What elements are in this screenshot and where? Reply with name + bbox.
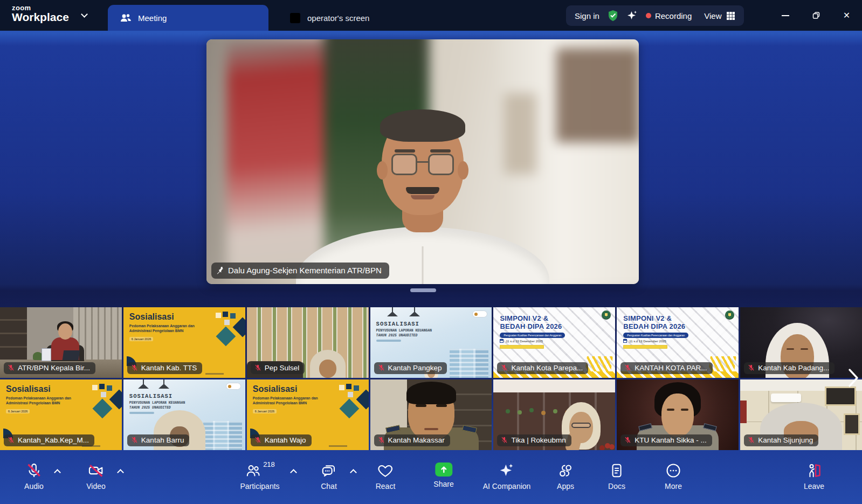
share-button[interactable]: Share — [433, 462, 453, 488]
screen-thumbnail — [290, 13, 300, 23]
participant-tile[interactable]: Kantah Makassar — [370, 379, 492, 450]
participant-tile[interactable]: SIMPONI V2 & BEDAH DIPA 2026 Penguatan K… — [493, 307, 615, 378]
participant-tile[interactable]: KTU Kantah Sikka - ... — [617, 379, 739, 450]
ai-sparkle-icon[interactable] — [626, 10, 638, 21]
participant-name-label: Kantah Kab. TTS — [127, 362, 202, 374]
mic-off-icon — [254, 364, 261, 371]
tab-operator-label: operator's screen — [307, 13, 369, 23]
participants-icon — [245, 462, 261, 479]
speaker-name-text: Dalu Agung-Sekjen Kementerian ATR/BPN — [228, 266, 382, 275]
participants-count: 218 — [263, 460, 275, 468]
chevron-down-icon[interactable] — [81, 11, 88, 18]
view-grid-icon — [726, 11, 735, 20]
participant-name-label: Kantah_Kab.Kep_M... — [4, 434, 94, 446]
speaker-name-label: Dalu Agung-Sekjen Kementerian ATR/BPN — [211, 263, 389, 279]
recording-dot-icon — [646, 13, 651, 18]
participant-name-label: ATR/BPN Kepala Bir... — [4, 362, 95, 374]
participant-name-label: Tika | Rokeubmn — [497, 434, 571, 446]
logo-zoom-text: zoom — [12, 4, 69, 11]
participant-name-label: Kantah Kab Padang... — [744, 362, 835, 374]
mic-off-icon — [26, 462, 42, 479]
zoom-workplace-logo: zoom Workplace — [12, 4, 69, 23]
participants-button[interactable]: 218 Participants — [240, 462, 279, 491]
tab-operators-screen[interactable]: operator's screen — [281, 5, 378, 31]
mic-off-icon — [254, 437, 261, 444]
participant-tile[interactable]: ATR/BPN Kepala Bir... — [0, 307, 122, 378]
meeting-people-icon — [120, 13, 132, 23]
heart-icon — [377, 462, 394, 479]
docs-icon — [609, 462, 625, 479]
mic-off-icon — [378, 437, 385, 444]
recording-indicator[interactable]: Recording — [646, 11, 692, 20]
speaker-person — [206, 39, 639, 284]
restore-button[interactable] — [801, 0, 831, 31]
mic-off-icon — [501, 364, 508, 371]
window-controls: ✕ — [770, 0, 862, 31]
mic-off-icon — [8, 364, 15, 371]
mic-off-icon — [748, 364, 755, 371]
mic-off-icon — [624, 437, 631, 444]
share-arrow-icon — [435, 462, 452, 477]
minimize-icon — [782, 15, 789, 16]
participant-name-label: Kantah Barru — [127, 434, 190, 446]
participant-tile[interactable]: Pep Sulsel — [247, 307, 369, 378]
chat-icon — [321, 462, 337, 479]
participant-tile[interactable]: SOSIALISASI PENYUSUNAN LAPORAN KEUANGAN … — [370, 307, 492, 378]
pin-icon — [216, 266, 224, 275]
gallery-drag-handle[interactable] — [410, 288, 436, 292]
mic-off-icon — [501, 437, 508, 444]
participant-name-label: Kantah Pangkep — [374, 362, 447, 374]
participant-name-label: Kantah Sijunjung — [744, 434, 818, 446]
next-page-chevron-icon[interactable] — [847, 368, 859, 388]
participant-name-label: KTU Kantah Sikka - ... — [620, 434, 712, 446]
recording-label: Recording — [655, 11, 692, 20]
chat-button[interactable]: Chat — [321, 462, 337, 491]
close-icon: ✕ — [843, 10, 850, 20]
security-shield-icon[interactable] — [608, 10, 618, 22]
tab-meeting[interactable]: Meeting — [108, 5, 268, 31]
participant-tile[interactable]: Kantah Kab Padang... — [740, 307, 862, 378]
restore-icon — [812, 11, 820, 20]
mic-off-icon — [378, 364, 385, 371]
main-speaker-video[interactable]: Dalu Agung-Sekjen Kementerian ATR/BPN — [206, 39, 639, 284]
video-button[interactable]: Video — [86, 462, 106, 491]
view-label: View — [704, 11, 721, 20]
mic-off-icon — [748, 437, 755, 444]
participant-tile[interactable]: SOSIALISASI PENYUSUNAN LAPORAN KEUANGAN … — [123, 379, 245, 450]
gallery-row-2: Sosialisasi Pedoman Pelaksanaan Anggaran… — [0, 379, 862, 450]
apps-icon — [557, 462, 574, 479]
mic-off-icon — [8, 437, 15, 444]
titlebar-status-pill: Sign in Recording View — [566, 5, 744, 26]
participant-tile[interactable]: Sosialisasi Pedoman Pelaksanaan Anggaran… — [0, 379, 122, 450]
participant-tile[interactable]: Tika | Rokeubmn — [493, 379, 615, 450]
participant-name-label: Kantah Wajo — [251, 434, 312, 446]
mic-off-icon — [131, 437, 138, 444]
participant-name-label: Pep Sulsel — [251, 362, 305, 374]
gallery-row-1: ATR/BPN Kepala Bir... Sosialisasi Pedoma… — [0, 307, 862, 378]
close-button[interactable]: ✕ — [831, 0, 862, 31]
camera-off-icon — [87, 462, 105, 479]
minimize-button[interactable] — [770, 0, 801, 31]
ai-companion-icon — [499, 462, 515, 479]
more-icon — [665, 462, 681, 479]
docs-button[interactable]: Docs — [608, 462, 625, 491]
react-button[interactable]: React — [376, 462, 396, 491]
audio-button[interactable]: Audio — [24, 462, 44, 491]
participant-tile[interactable]: SIMPONI V2 & BEDAH DIPA 2026 Penguatan K… — [617, 307, 739, 378]
participant-name-label: Kantah Kota Parepa... — [497, 362, 588, 374]
participant-tile[interactable]: Sosialisasi Pedoman Pelaksanaan Anggaran… — [247, 379, 369, 450]
participant-tile[interactable]: Sosialisasi Pedoman Pelaksanaan Anggaran… — [123, 307, 245, 378]
more-button[interactable]: More — [665, 462, 682, 491]
tab-meeting-label: Meeting — [138, 13, 167, 23]
participant-name-label: KANTAH KOTA PAR... — [620, 362, 712, 374]
ai-companion-button[interactable]: AI Companion — [483, 462, 531, 491]
participant-name-label: Kantah Makassar — [374, 434, 450, 446]
apps-button[interactable]: Apps — [557, 462, 574, 491]
view-button[interactable]: View — [704, 11, 735, 20]
sign-in-button[interactable]: Sign in — [575, 11, 599, 20]
participant-tile[interactable]: Kantah Sijunjung — [740, 379, 862, 450]
leave-button[interactable]: Leave — [804, 462, 824, 491]
mic-off-icon — [131, 364, 138, 371]
titlebar: zoom Workplace Meeting operator's screen… — [0, 0, 862, 31]
logo-workplace-text: Workplace — [12, 11, 69, 23]
